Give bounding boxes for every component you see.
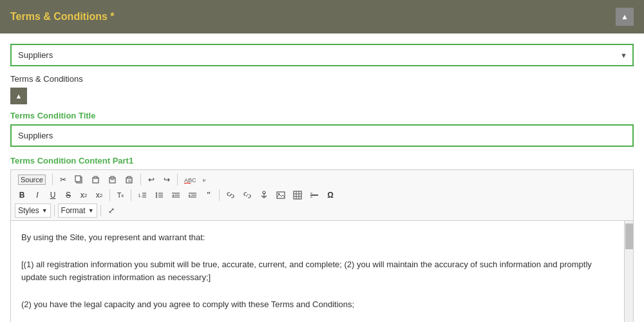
copy-button[interactable]	[71, 173, 87, 187]
separator-2	[140, 174, 141, 185]
separator-1	[52, 174, 53, 185]
svg-point-29	[263, 191, 265, 194]
content-field-label: Terms Condition Content Part1	[10, 156, 634, 166]
editor-line-2: [(1) all registration information you su…	[21, 258, 614, 285]
editor-scrollbar[interactable]	[624, 221, 633, 322]
header-collapse-button[interactable]: ▲	[616, 8, 634, 26]
toolbar-row-2: B I U S x2 x2 Tx 1.	[15, 188, 629, 202]
styles-dropdown[interactable]: Styles	[15, 204, 51, 218]
editor-line-3: (2) you have the legal capacity and you …	[21, 298, 614, 312]
redo-button[interactable]: ↪	[160, 173, 174, 187]
unordered-list-button[interactable]	[151, 188, 167, 202]
svg-rect-5	[111, 176, 114, 178]
subscript-button[interactable]: x2	[77, 188, 91, 202]
paste-word-button[interactable]: W	[122, 173, 137, 187]
svg-text:W: W	[128, 179, 131, 183]
page-header: Terms & Conditions * ▲	[0, 0, 644, 33]
table-icon	[293, 191, 302, 200]
editor-text[interactable]: By using the Site, you represent and war…	[11, 221, 624, 322]
paste-text-icon	[108, 175, 117, 184]
link-icon	[226, 191, 235, 200]
ordered-list-button[interactable]: 1.	[135, 188, 150, 202]
svg-rect-8	[128, 176, 131, 178]
image-icon	[276, 191, 285, 200]
svg-rect-31	[277, 192, 285, 198]
paste-button[interactable]	[88, 173, 104, 187]
editor-content-area[interactable]: By using the Site, you represent and war…	[11, 221, 624, 322]
svg-point-15	[156, 193, 157, 194]
separator-4	[109, 189, 110, 201]
hr-button[interactable]	[307, 188, 322, 202]
image-button[interactable]	[273, 188, 289, 202]
ordered-list-icon: 1.	[138, 191, 147, 200]
cut-button[interactable]: ✂	[56, 173, 70, 187]
link-button[interactable]	[223, 188, 238, 202]
unlink-button[interactable]	[240, 188, 255, 202]
table-button[interactable]	[290, 188, 305, 202]
unordered-list-icon	[155, 191, 164, 200]
editor-line-1: By using the Site, you represent and war…	[21, 231, 614, 245]
outdent-button[interactable]	[168, 188, 184, 202]
svg-rect-33	[294, 191, 301, 199]
separator-8	[100, 205, 101, 216]
svg-point-16	[156, 194, 157, 196]
source-button[interactable]: Source	[15, 173, 49, 187]
svg-rect-1	[75, 176, 80, 182]
toolbar-row-1: Source ✂ W ↩ ↪	[15, 173, 629, 187]
tc-label: Terms & Conditions	[10, 74, 634, 84]
content-area: Suppliers Terms & Conditions ▲ Terms Con…	[0, 33, 644, 322]
scrollbar-thumb[interactable]	[625, 223, 633, 249]
bold-button[interactable]: B	[15, 188, 29, 202]
svg-rect-3	[94, 176, 97, 178]
format-dropdown[interactable]: Format	[58, 204, 97, 218]
spellcheck-icon: ABC	[184, 175, 198, 184]
remove-format-button[interactable]: Tx	[113, 188, 128, 202]
italic-button[interactable]: I	[30, 188, 44, 202]
suppliers-dropdown-wrapper: Suppliers	[10, 44, 634, 66]
header-title: Terms & Conditions *	[10, 11, 115, 23]
strikethrough-button[interactable]: S	[61, 188, 75, 202]
tc-collapse-button[interactable]: ▲	[10, 88, 27, 104]
svg-point-17	[156, 196, 157, 198]
svg-text:1.: 1.	[138, 193, 142, 198]
svg-marker-24	[172, 194, 174, 196]
expand-editor-button[interactable]: ⤢	[104, 204, 118, 218]
copy-icon	[75, 175, 84, 184]
anchor-button[interactable]	[256, 188, 272, 202]
separator-3	[177, 174, 178, 185]
suppliers-dropdown-row: Suppliers	[10, 44, 634, 66]
unlink-icon	[243, 191, 252, 200]
svg-text:ABC: ABC	[184, 177, 196, 184]
undo-button[interactable]: ↩	[144, 173, 158, 187]
underline-button[interactable]: U	[46, 188, 60, 202]
spellcheck-button[interactable]: ABC	[181, 173, 202, 187]
indent-icon	[188, 191, 197, 200]
title-input[interactable]	[10, 124, 634, 147]
blockquote-button[interactable]: "	[202, 188, 216, 202]
svg-marker-28	[189, 194, 191, 196]
source-icon: Source	[18, 175, 46, 185]
toolbar-row-3: Styles Format ⤢	[15, 204, 629, 218]
editor-toolbar: Source ✂ W ↩ ↪	[11, 170, 633, 221]
separator-7	[54, 205, 55, 216]
outdent-icon	[171, 191, 180, 200]
anchor-icon	[260, 191, 269, 200]
special-char-button[interactable]: Ω	[323, 188, 337, 202]
paste-word-icon: W	[125, 175, 134, 184]
toolbar-more: ▸	[203, 176, 207, 184]
separator-6	[219, 189, 220, 201]
title-field-label: Terms Condition Title	[10, 111, 634, 120]
superscript-button[interactable]: x2	[92, 188, 106, 202]
suppliers-dropdown[interactable]: Suppliers	[10, 44, 634, 66]
rich-text-editor: Source ✂ W ↩ ↪	[10, 169, 634, 322]
editor-body: By using the Site, you represent and war…	[11, 221, 633, 322]
paste-text-button[interactable]	[105, 173, 120, 187]
separator-5	[131, 189, 131, 201]
indent-button[interactable]	[185, 188, 200, 202]
paste-icon	[91, 175, 100, 184]
hr-icon	[310, 191, 319, 200]
